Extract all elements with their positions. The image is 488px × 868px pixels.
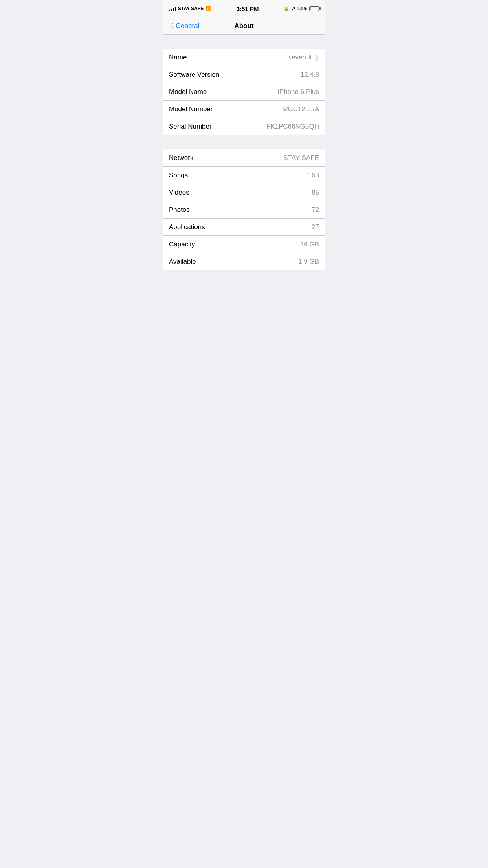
lock-icon: 🔒: [284, 6, 289, 11]
applications-value: 27: [312, 223, 319, 231]
photos-value-container: 72: [312, 206, 319, 214]
capacity-label: Capacity: [169, 241, 195, 248]
network-row: Network STAY SAFE: [163, 149, 325, 167]
applications-row: Applications 27: [163, 219, 325, 236]
network-value: STAY SAFE: [283, 154, 319, 162]
status-time: 3:51 PM: [237, 6, 259, 12]
signal-bar-4: [175, 7, 176, 11]
capacity-value-container: 16 GB: [300, 241, 319, 248]
capacity-row: Capacity 16 GB: [163, 236, 325, 253]
signal-bars: [169, 6, 176, 11]
status-bar: STAY SAFE 📶 3:51 PM 🔒 ↗ 14%: [163, 0, 325, 17]
device-info-section: Name Keven  ❯ Software Version 12.4.8 M…: [163, 49, 325, 135]
model-number-label: Model Number: [169, 105, 213, 113]
songs-value-container: 163: [308, 171, 319, 179]
back-button[interactable]: 〈 General: [167, 22, 199, 30]
songs-label: Songs: [169, 171, 188, 179]
videos-value: 85: [312, 189, 319, 197]
name-row[interactable]: Name Keven  ❯: [163, 49, 325, 66]
videos-row: Videos 85: [163, 184, 325, 201]
network-value-container: STAY SAFE: [283, 154, 319, 162]
section-spacer-1: [163, 35, 325, 49]
available-value: 1.9 GB: [298, 258, 319, 266]
available-row: Available 1.9 GB: [163, 253, 325, 270]
section-spacer-bottom: [163, 270, 325, 285]
applications-value-container: 27: [312, 223, 319, 231]
model-name-value: iPhone 6 Plus: [278, 88, 319, 96]
serial-number-row: Serial Number FK1PC66NG5QH: [163, 118, 325, 135]
model-name-label: Model Name: [169, 88, 207, 96]
serial-number-value: FK1PC66NG5QH: [266, 123, 319, 131]
status-right: 🔒 ↗ 14%: [284, 6, 319, 11]
chevron-right-icon: ❯: [314, 54, 319, 61]
nav-bar: 〈 General About: [163, 17, 325, 35]
usage-info-section: Network STAY SAFE Songs 163 Videos 85 Ph…: [163, 149, 325, 270]
name-label: Name: [169, 53, 187, 61]
wifi-icon: 📶: [205, 6, 211, 11]
battery-percent: 14%: [297, 6, 307, 11]
photos-label: Photos: [169, 206, 190, 214]
serial-number-value-container: FK1PC66NG5QH: [266, 123, 319, 131]
model-number-value: MGC12LL/A: [282, 105, 319, 113]
back-label: General: [176, 22, 199, 30]
software-version-label: Software Version: [169, 71, 220, 79]
back-chevron-icon: 〈: [167, 22, 174, 29]
videos-label: Videos: [169, 189, 189, 197]
available-value-container: 1.9 GB: [298, 258, 319, 266]
applications-label: Applications: [169, 223, 205, 231]
model-name-value-container: iPhone 6 Plus: [278, 88, 319, 96]
serial-number-label: Serial Number: [169, 123, 212, 131]
battery-container: [309, 6, 319, 11]
photos-row: Photos 72: [163, 201, 325, 219]
signal-bar-1: [169, 10, 170, 11]
available-label: Available: [169, 258, 196, 266]
model-number-row[interactable]: Model Number MGC12LL/A: [163, 101, 325, 118]
capacity-value: 16 GB: [300, 241, 319, 248]
software-version-value: 12.4.8: [301, 71, 319, 79]
location-icon: ↗: [292, 6, 295, 11]
name-value: Keven: [287, 53, 306, 61]
page-title: About: [234, 22, 253, 30]
software-version-row: Software Version 12.4.8: [163, 66, 325, 83]
songs-row: Songs 163: [163, 167, 325, 184]
signal-bar-3: [173, 8, 174, 11]
status-left: STAY SAFE 📶: [169, 6, 211, 11]
model-name-row: Model Name iPhone 6 Plus: [163, 83, 325, 101]
videos-value-container: 85: [312, 189, 319, 197]
signal-bar-2: [171, 9, 172, 11]
songs-value: 163: [308, 171, 319, 179]
network-label: Network: [169, 154, 193, 162]
name-value-container: Keven  ❯: [287, 53, 319, 61]
carrier-name: STAY SAFE: [178, 6, 204, 11]
model-number-value-container: MGC12LL/A: [282, 105, 319, 113]
software-version-value-container: 12.4.8: [301, 71, 319, 79]
photos-value: 72: [312, 206, 319, 214]
battery-fill: [310, 7, 311, 10]
section-spacer-2: [163, 135, 325, 149]
battery-icon: [309, 6, 319, 11]
apple-icon: : [309, 54, 311, 61]
